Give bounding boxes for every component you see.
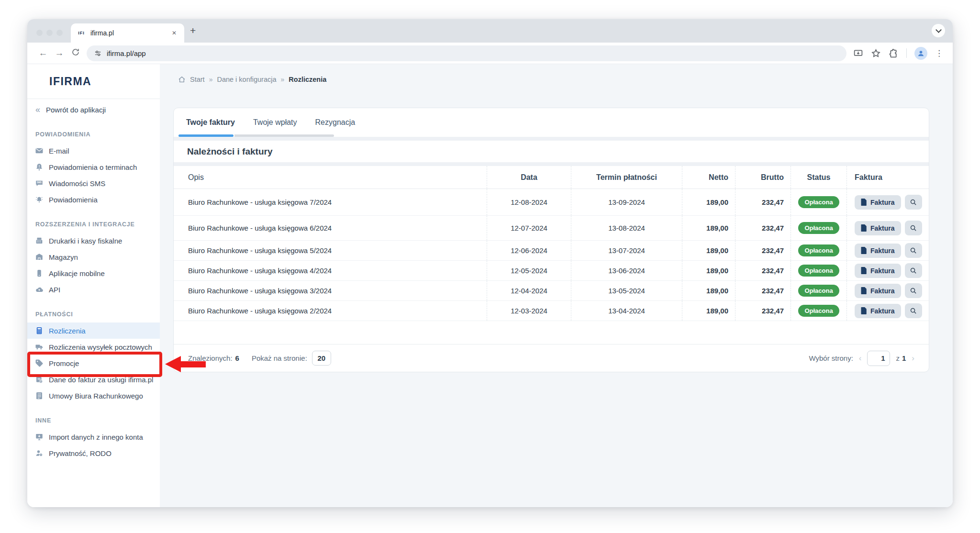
cell-brutto: 232,47 <box>735 189 791 215</box>
toolbar-divider <box>906 48 907 58</box>
cell-termin: 13-09-2024 <box>571 189 682 215</box>
cell-brutto: 232,47 <box>735 281 791 300</box>
url-text: ifirma.pl/app <box>107 49 146 57</box>
cell-opis: Biuro Rachunkowe - usługa księgowa 4/202… <box>174 261 487 280</box>
sidebar-item-umowy[interactable]: Umowy Biura Rachunkowego <box>27 388 160 404</box>
breadcrumb-separator-icon: » <box>209 76 213 83</box>
total-pages: 1 <box>902 354 906 362</box>
tab-search-button[interactable] <box>932 24 945 37</box>
preview-invoice-button[interactable] <box>905 195 922 210</box>
tab-title: ifirma.pl <box>90 29 170 37</box>
of-label: z <box>896 354 900 362</box>
printer-icon <box>35 236 44 245</box>
url-bar[interactable]: ifirma.pl/app <box>87 45 846 61</box>
per-page-label: Pokaż na stronie: <box>252 354 307 362</box>
magnifier-icon <box>910 224 917 232</box>
sidebar-item-powiadomienia-o-terminach[interactable]: Powiadomienia o terminach <box>27 159 160 175</box>
sidebar-item-aplikacje-mobilne[interactable]: Aplikacje mobilne <box>27 265 160 281</box>
cell-faktura: Faktura <box>846 281 929 300</box>
minimize-window-button[interactable] <box>46 30 53 36</box>
back-button[interactable]: ← <box>35 48 51 58</box>
window-controls[interactable] <box>36 30 63 36</box>
app-area: IFIRMA « Powrót do aplikacji POWIADOMIEN… <box>27 64 953 507</box>
site-settings-icon[interactable] <box>94 49 102 57</box>
cell-opis: Biuro Rachunkowe - usługa księgowa 6/202… <box>174 216 487 240</box>
ifirma-logo: IFIRMA <box>49 75 91 88</box>
faktura-button[interactable]: Faktura <box>855 264 901 278</box>
preview-invoice-button[interactable] <box>905 283 922 298</box>
home-icon[interactable] <box>178 76 186 83</box>
table-row: Biuro Rachunkowe - usługa księgowa 5/202… <box>174 241 929 261</box>
bookmark-star-icon[interactable] <box>871 48 881 58</box>
svg-text:SMS: SMS <box>37 181 42 184</box>
reload-button[interactable] <box>67 48 84 59</box>
sidebar-item-email[interactable]: E-mail <box>27 143 160 159</box>
breadcrumb-dane-i-konfiguracja[interactable]: Dane i konfiguracja <box>217 76 276 83</box>
sidebar-item-prywatnosc-rodo[interactable]: Prywatność, RODO <box>27 445 160 461</box>
document-icon <box>861 224 867 232</box>
sidebar-item-rozliczenia[interactable]: Rozliczenia <box>27 322 160 339</box>
browser-menu-button[interactable]: ⋮ <box>935 48 943 58</box>
preview-invoice-button[interactable] <box>905 303 922 318</box>
col-netto: Netto <box>682 166 735 189</box>
status-badge: Opłacona <box>798 222 839 234</box>
sidebar-item-wiadomosci-sms[interactable]: SMS Wiadomości SMS <box>27 175 160 191</box>
sidebar-item-magazyn[interactable]: Magazyn <box>27 249 160 265</box>
breadcrumb-separator-icon: » <box>281 76 285 83</box>
cell-status: Opłacona <box>791 261 846 280</box>
sidebar-item-import-danych[interactable]: Import danych z innego konta <box>27 429 160 445</box>
browser-tab[interactable]: IFI ifirma.pl ✕ <box>71 23 184 43</box>
table-header: Opis Data Termin płatności Netto Brutto … <box>174 166 929 189</box>
forward-button[interactable]: → <box>51 48 67 58</box>
document-icon <box>861 267 867 274</box>
content-tabs: Twoje faktury Twoje wpłaty Rezygnacja <box>174 108 929 137</box>
status-badge: Opłacona <box>798 265 839 277</box>
faktura-button[interactable]: Faktura <box>855 304 901 318</box>
sidebar-back-link[interactable]: « Powrót do aplikacji <box>27 101 160 118</box>
cell-status: Opłacona <box>791 189 846 215</box>
cell-data: 12-04-2024 <box>487 281 571 300</box>
tab-close-icon[interactable]: ✕ <box>170 29 178 37</box>
prev-page-button[interactable]: ‹ <box>859 354 862 363</box>
faktura-button[interactable]: Faktura <box>855 284 901 298</box>
col-brutto: Brutto <box>735 166 791 189</box>
maximize-window-button[interactable] <box>56 30 63 36</box>
table-row: Biuro Rachunkowe - usługa księgowa 2/202… <box>174 301 929 321</box>
sidebar-item-promocje[interactable]: Promocje <box>27 355 160 371</box>
install-icon[interactable] <box>853 48 863 58</box>
document-icon <box>861 199 867 206</box>
extensions-puzzle-icon[interactable] <box>889 48 899 58</box>
sidebar-section-inne: INNE <box>27 412 160 429</box>
tab-twoje-wplaty[interactable]: Twoje wpłaty <box>253 118 297 127</box>
sidebar-item-api[interactable]: API <box>27 281 160 298</box>
tab-rezygnacja[interactable]: Rezygnacja <box>315 118 356 127</box>
cell-status: Opłacona <box>791 241 846 260</box>
next-page-button[interactable]: › <box>912 354 914 363</box>
cell-data: 12-08-2024 <box>487 189 571 215</box>
table-bottom-spacer <box>174 321 929 344</box>
preview-invoice-button[interactable] <box>905 263 922 278</box>
preview-invoice-button[interactable] <box>905 243 922 258</box>
page-number-input[interactable]: 1 <box>867 351 890 366</box>
faktura-button[interactable]: Faktura <box>855 195 901 210</box>
sidebar-item-dane-do-faktur[interactable]: Dane do faktur za usługi ifirma.pl <box>27 371 160 388</box>
faktura-button[interactable]: Faktura <box>855 244 901 258</box>
tab-indicator-track <box>234 134 334 137</box>
preview-invoice-button[interactable] <box>905 221 922 235</box>
per-page-select[interactable]: 20 <box>312 351 331 366</box>
cell-brutto: 232,47 <box>735 261 791 280</box>
sidebar-item-powiadomienia[interactable]: Powiadomienia <box>27 191 160 208</box>
cell-brutto: 232,47 <box>735 216 791 240</box>
logo-block: IFIRMA <box>27 64 160 99</box>
browser-tab-strip: IFI ifirma.pl ✕ + <box>27 19 953 43</box>
profile-avatar[interactable] <box>914 47 927 60</box>
breadcrumb-start[interactable]: Start <box>190 76 205 83</box>
close-window-button[interactable] <box>36 30 43 36</box>
new-tab-button[interactable]: + <box>190 26 196 35</box>
cell-faktura: Faktura <box>846 241 929 260</box>
sidebar-item-drukarki[interactable]: Drukarki i kasy fiskalne <box>27 233 160 249</box>
sidebar-item-rozliczenia-wysylek[interactable]: Rozliczenia wysyłek pocztowych <box>27 339 160 355</box>
faktura-button[interactable]: Faktura <box>855 221 901 235</box>
cell-opis: Biuro Rachunkowe - usługa księgowa 2/202… <box>174 301 487 321</box>
tab-twoje-faktury[interactable]: Twoje faktury <box>186 118 235 127</box>
